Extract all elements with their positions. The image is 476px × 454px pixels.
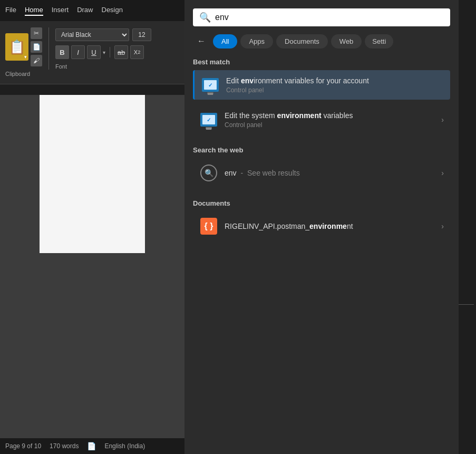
env-system-content: Edit the system environment variables Co…	[225, 111, 435, 129]
best-match-title: Best match	[193, 58, 450, 66]
word-count: 170 words	[50, 442, 79, 450]
menu-file[interactable]: File	[5, 6, 16, 16]
back-button[interactable]: ←	[193, 33, 210, 50]
search-overlay: 🔍 ← All Apps Documents Web Setti Best ma…	[184, 0, 459, 454]
monitor-stand-2	[206, 127, 212, 129]
search-box[interactable]: 🔍	[193, 8, 450, 26]
font-family-select[interactable]: Arial Black	[55, 28, 129, 41]
title-highlight-2: environment	[277, 111, 322, 120]
result-item-postman[interactable]: { } RIGELINV_API.postman_environment ›	[193, 211, 450, 241]
env-account-icon: ✓	[201, 75, 220, 94]
web-query: env	[225, 169, 237, 177]
format-painter-button[interactable]: 🖌	[31, 55, 42, 66]
postman-icon: { }	[200, 218, 217, 235]
env-account-title: Edit environment variables for your acco…	[226, 76, 444, 85]
result-item-env-account[interactable]: ✓ Edit environment variables for your ac…	[193, 70, 450, 100]
copy-button[interactable]: 📄	[31, 41, 42, 53]
monitor-icon: ✓	[202, 78, 219, 92]
tab-documents[interactable]: Documents	[276, 34, 328, 49]
web-env-title: env - See web results	[225, 168, 435, 178]
ribbon: 📋 ✂ 📄 🖌 Clipboard Arial Black	[0, 21, 184, 84]
subscript-button[interactable]: X2	[130, 45, 144, 59]
result-item-env-system[interactable]: ✓ Edit the system environment variables …	[193, 105, 450, 134]
document-area	[0, 95, 184, 449]
menu-home[interactable]: Home	[25, 6, 43, 16]
web-search-icon: 🔍	[200, 165, 217, 181]
search-web-title: Search the web	[193, 146, 450, 154]
format-row: B I U ▾ ab X2	[55, 45, 144, 59]
title-bar: File Home Insert Draw Design	[0, 0, 184, 21]
menu-bar: File Home Insert Draw Design	[5, 6, 123, 16]
document-icon: 📄	[87, 442, 96, 450]
spacer-1	[193, 101, 450, 105]
env-system-subtitle: Control panel	[225, 121, 435, 129]
title-highlight-1: env	[241, 76, 254, 85]
status-bar: Page 9 of 10 170 words 📄 English (India)	[0, 438, 184, 454]
spacer-2	[193, 136, 450, 144]
clipboard-label: Clipboard	[5, 71, 30, 77]
underline-arrow[interactable]: ▾	[103, 50, 105, 55]
postman-content: RIGELINV_API.postman_environment	[225, 221, 435, 231]
clipboard-small-icons: ✂ 📄 🖌	[31, 27, 42, 66]
postman-symbol: { }	[205, 221, 213, 231]
results-area: Best match ✓ Edit environment variables …	[184, 56, 459, 454]
bold-button[interactable]: B	[55, 45, 69, 59]
language: English (India)	[104, 442, 145, 450]
env-system-title: Edit the system environment variables	[225, 111, 435, 120]
tab-web[interactable]: Web	[331, 34, 362, 49]
postman-icon-wrap: { }	[199, 217, 218, 236]
web-env-content: env - See web results	[225, 168, 435, 178]
search-icon: 🔍	[199, 12, 211, 23]
document-page	[40, 95, 145, 253]
result-item-web-env[interactable]: 🔍 env - See web results ›	[193, 158, 450, 188]
font-size-input[interactable]	[132, 28, 151, 41]
documents-title: Documents	[193, 199, 450, 207]
app-background: File Home Insert Draw Design 📋 ✂ 📄 🖌	[0, 0, 184, 454]
paste-button[interactable]: 📋	[5, 33, 28, 61]
monitor-screen-2: ✓	[202, 115, 215, 124]
filter-tabs: ← All Apps Documents Web Setti	[184, 33, 459, 56]
title-highlight-3: environme	[309, 222, 347, 230]
tab-settings[interactable]: Setti	[365, 34, 393, 49]
menu-insert[interactable]: Insert	[52, 6, 69, 16]
font-row: Arial Black	[55, 28, 151, 41]
monitor-screen: ✓	[204, 80, 217, 90]
tab-all[interactable]: All	[213, 34, 237, 49]
env-account-content: Edit environment variables for your acco…	[226, 76, 444, 94]
format-divider	[110, 47, 110, 57]
font-label: Font	[55, 63, 67, 70]
italic-button[interactable]: I	[71, 45, 85, 59]
env-system-arrow: ›	[441, 115, 444, 124]
postman-title: RIGELINV_API.postman_environment	[225, 221, 435, 231]
font-section: Arial Black B I U ▾ ab X2 Font	[55, 25, 151, 70]
spacer-3	[193, 189, 450, 197]
web-env-arrow: ›	[441, 169, 444, 177]
cut-button[interactable]: ✂	[31, 27, 42, 39]
web-search-icon-wrap: 🔍	[199, 163, 218, 182]
env-account-subtitle: Control panel	[226, 86, 444, 94]
underline-button[interactable]: U	[87, 45, 101, 59]
search-header: 🔍	[184, 0, 459, 33]
menu-design[interactable]: Design	[102, 6, 123, 16]
web-dash: -	[239, 169, 245, 177]
clipboard-section: 📋 ✂ 📄 🖌 Clipboard	[5, 25, 42, 77]
tab-apps[interactable]: Apps	[240, 34, 273, 49]
clipboard-icons: 📋 ✂ 📄 🖌	[5, 27, 42, 66]
menu-draw[interactable]: Draw	[77, 6, 93, 16]
web-see-results: See web results	[247, 169, 300, 177]
ribbon-divider	[48, 27, 49, 70]
checkmark-icon: ✓	[208, 82, 212, 88]
postman-arrow: ›	[441, 222, 444, 230]
checkmark-icon-2: ✓	[207, 117, 211, 123]
search-input[interactable]	[215, 13, 444, 22]
env-system-icon: ✓	[199, 110, 218, 129]
monitor-icon-2: ✓	[200, 113, 217, 127]
monitor-stand	[207, 92, 213, 94]
strikethrough-button[interactable]: ab	[114, 45, 128, 59]
page-info: Page 9 of 10	[5, 442, 41, 450]
